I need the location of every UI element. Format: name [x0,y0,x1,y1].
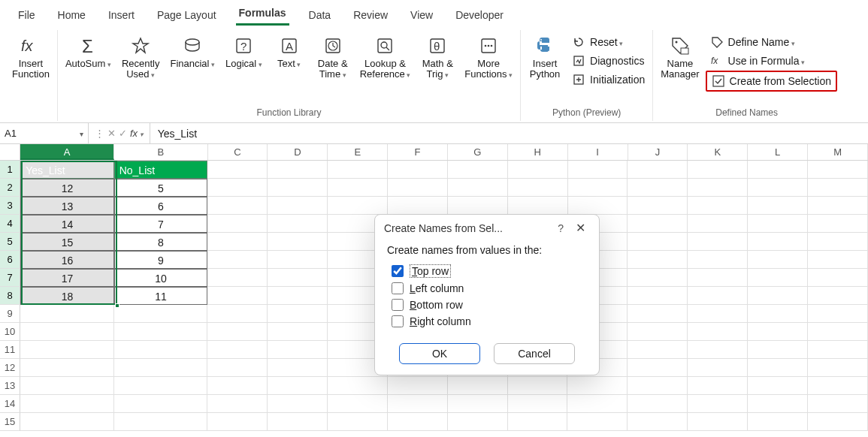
cell-D1[interactable] [268,161,328,179]
col-header-E[interactable]: E [328,144,388,160]
cell-C8[interactable] [207,287,268,305]
cell-F14[interactable] [388,395,448,413]
cell-L2[interactable] [748,179,808,197]
cell-C9[interactable] [207,305,268,323]
cell-I15[interactable] [567,413,628,431]
cell-K7[interactable] [688,269,748,287]
cell-K13[interactable] [688,377,748,395]
cell-A9[interactable] [20,305,113,323]
cell-C14[interactable] [207,395,268,413]
checkbox-top-row[interactable]: Top row [387,262,587,280]
cell-C12[interactable] [207,359,268,377]
text-button[interactable]: A Text [268,30,310,73]
cell-J15[interactable] [628,413,688,431]
logical-button[interactable]: ? Logical [221,30,267,73]
cell-C15[interactable] [207,413,268,431]
cell-B12[interactable] [114,359,207,377]
cell-D9[interactable] [268,305,328,323]
cell-F1[interactable] [388,161,448,179]
row-header-8[interactable]: 8 [0,287,20,305]
cell-G15[interactable] [448,413,508,431]
cell-M10[interactable] [808,323,868,341]
cell-D8[interactable] [268,287,328,305]
date-time-button[interactable]: Date & Time [312,30,354,83]
col-header-G[interactable]: G [448,144,508,160]
cell-M1[interactable] [808,161,868,179]
cell-B6[interactable]: 9 [114,251,208,269]
tab-formulas[interactable]: Formulas [236,4,289,26]
tab-developer[interactable]: Developer [452,6,507,26]
cell-K9[interactable] [688,305,748,323]
col-header-F[interactable]: F [388,144,448,160]
cell-L8[interactable] [748,287,808,305]
cell-D14[interactable] [268,395,328,413]
cell-H14[interactable] [508,395,568,413]
tab-file[interactable]: File [15,6,38,26]
cell-J1[interactable] [628,161,688,179]
row-header-6[interactable]: 6 [0,251,20,269]
insert-function-button[interactable]: fx Insert Function [8,30,54,83]
cell-A5[interactable]: 15 [20,233,114,251]
row-header-12[interactable]: 12 [0,359,20,377]
cell-D4[interactable] [268,215,328,233]
row-header-2[interactable]: 2 [0,179,20,197]
cell-M5[interactable] [808,233,868,251]
cell-L15[interactable] [748,413,808,431]
cell-J9[interactable] [628,305,688,323]
cell-M7[interactable] [808,269,868,287]
row-header-3[interactable]: 3 [0,197,20,215]
cell-M2[interactable] [808,179,868,197]
cell-B9[interactable] [114,305,207,323]
cell-D7[interactable] [268,269,328,287]
cell-K14[interactable] [688,395,748,413]
cell-J8[interactable] [628,287,688,305]
cell-A2[interactable]: 12 [20,179,114,197]
cell-B1[interactable]: No_List [114,161,208,179]
insert-python-button[interactable]: Insert Python [524,30,566,83]
initialization-button[interactable]: Initialization [567,71,649,89]
use-in-formula-button[interactable]: fx Use in Formula [706,52,837,70]
cell-E2[interactable] [328,179,388,197]
math-trig-button[interactable]: θ Math & Trig [416,30,458,83]
cell-L6[interactable] [748,251,808,269]
cell-C13[interactable] [207,377,268,395]
row-header-7[interactable]: 7 [0,269,20,287]
cell-A1[interactable]: Yes_List [20,161,114,179]
cell-K11[interactable] [688,341,748,359]
cell-A13[interactable] [20,377,113,395]
cell-D6[interactable] [268,251,328,269]
cell-M3[interactable] [808,197,868,215]
row-header-15[interactable]: 15 [0,413,20,431]
cell-C2[interactable] [207,179,268,197]
cell-A11[interactable] [20,341,113,359]
cell-D5[interactable] [268,233,328,251]
cell-J3[interactable] [628,197,688,215]
cell-G14[interactable] [448,395,508,413]
tab-view[interactable]: View [407,6,436,26]
cell-E3[interactable] [328,197,388,215]
tab-home[interactable]: Home [55,6,89,26]
financial-button[interactable]: Financial [165,30,219,73]
cell-L3[interactable] [748,197,808,215]
dialog-close-button[interactable]: ✕ [571,221,590,235]
row-header-9[interactable]: 9 [0,305,20,323]
cell-L4[interactable] [748,215,808,233]
cell-M15[interactable] [808,413,868,431]
cell-B3[interactable]: 6 [114,197,208,215]
cell-J5[interactable] [628,233,688,251]
cell-B8[interactable]: 11 [114,287,208,305]
cell-I14[interactable] [567,395,628,413]
cell-J10[interactable] [628,323,688,341]
cell-M11[interactable] [808,341,868,359]
cell-K6[interactable] [688,251,748,269]
cell-L14[interactable] [748,395,808,413]
cell-L12[interactable] [748,359,808,377]
row-header-11[interactable]: 11 [0,341,20,359]
cell-M6[interactable] [808,251,868,269]
cell-H1[interactable] [508,161,568,179]
lookup-reference-button[interactable]: Lookup & Reference [355,30,416,83]
cell-B14[interactable] [114,395,207,413]
cell-H3[interactable] [508,197,568,215]
tab-data[interactable]: Data [306,6,334,26]
col-header-L[interactable]: L [748,144,808,160]
